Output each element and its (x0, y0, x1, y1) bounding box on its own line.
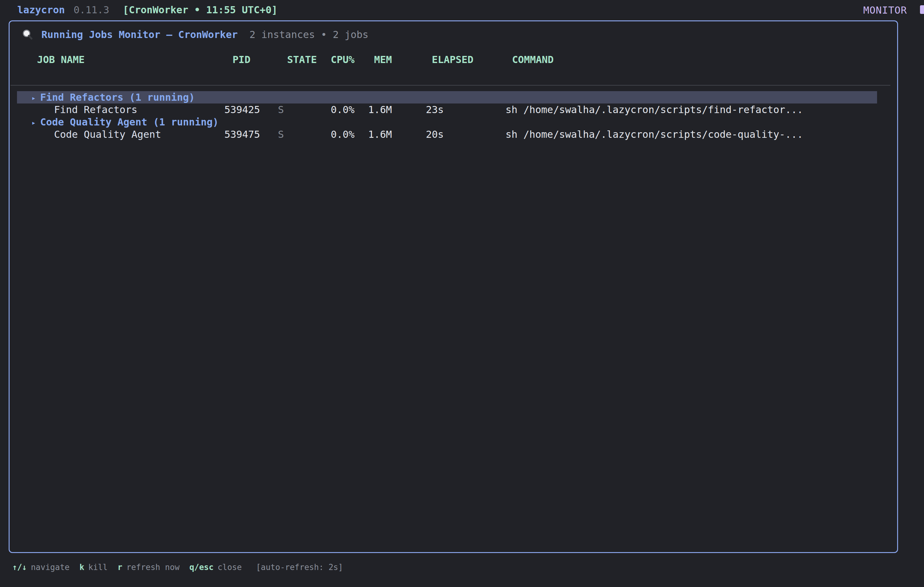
job-pid-cell: 539475 (223, 128, 260, 141)
job-instance-row[interactable]: Find Refactors539425S0.0%1.6M23ssh /home… (17, 104, 877, 116)
column-header-elapsed: ELAPSED (392, 54, 474, 66)
status-bar: ↑/↓navigatekkillrrefresh nowq/escclose[a… (12, 560, 343, 575)
keyboard-hint: q/escclose (189, 562, 242, 572)
app-context-clock: [CronWorker • 11:55 UTC+0] (123, 4, 278, 16)
auto-refresh-status: [auto-refresh: 2s] (256, 562, 343, 572)
panel-title: Running Jobs Monitor — CronWorker (41, 29, 238, 40)
column-header-command: COMMAND (474, 54, 877, 66)
hint-label: refresh now (126, 562, 180, 572)
job-elapsed-cell: 20s (392, 128, 474, 141)
panel-subtitle: 2 instances • 2 jobs (249, 29, 368, 40)
job-command-cell: sh /home/swalha/.lazycron/scripts/code-q… (474, 128, 877, 141)
job-mem-cell: 1.6M (355, 104, 392, 116)
job-state-cell: S (260, 128, 317, 141)
job-elapsed-cell: 23s (392, 104, 474, 116)
panel-title-row: Running Jobs Monitor — CronWorker 2 inst… (21, 28, 897, 42)
job-name-cell: Find Refactors (17, 104, 223, 116)
keyboard-hint: kkill (79, 562, 107, 572)
job-instance-row[interactable]: Code Quality Agent539475S0.0%1.6M20ssh /… (17, 128, 877, 141)
job-group-row[interactable]: ▸Code Quality Agent (1 running) (17, 116, 877, 128)
table-separator (10, 85, 890, 86)
column-header-job-name: JOB NAME (17, 54, 223, 66)
keyboard-hint: rrefresh now (117, 562, 180, 572)
expand-arrow-icon: ▸ (31, 94, 36, 102)
hint-key: q/esc (189, 562, 213, 572)
app-name: lazycron (17, 4, 65, 16)
magnifier-icon (21, 29, 33, 40)
job-pid-cell: 539425 (223, 104, 260, 116)
hint-key: k (79, 562, 84, 572)
jobs-table-body: ▸Find Refactors (1 running)Find Refactor… (17, 91, 877, 141)
jobs-table-header: JOB NAME PID STATE CPU% MEM ELAPSED COMM… (17, 53, 877, 66)
expand-arrow-icon: ▸ (31, 119, 36, 127)
column-header-mem: MEM (355, 54, 392, 66)
hint-label: kill (88, 562, 108, 572)
hint-key: r (117, 562, 122, 572)
corner-indicator (920, 5, 924, 14)
job-state-cell: S (260, 104, 317, 116)
app-version: 0.11.3 (74, 4, 109, 16)
column-header-pid: PID (223, 54, 260, 66)
job-command-cell: sh /home/swalha/.lazycron/scripts/find-r… (474, 104, 877, 116)
top-bar: lazycron 0.11.3 [CronWorker • 11:55 UTC+… (0, 0, 924, 20)
job-mem-cell: 1.6M (355, 128, 392, 141)
running-jobs-panel: Running Jobs Monitor — CronWorker 2 inst… (9, 20, 898, 553)
mode-badge: MONITOR (863, 4, 907, 16)
hint-key: ↑/↓ (12, 562, 27, 572)
hint-label: close (218, 562, 242, 572)
column-header-state: STATE (260, 54, 317, 66)
job-cpu-cell: 0.0% (317, 104, 355, 116)
job-cpu-cell: 0.0% (317, 128, 355, 141)
column-header-cpu: CPU% (317, 54, 355, 66)
job-group-label: Code Quality Agent (1 running) (40, 116, 219, 128)
job-group-label: Find Refactors (1 running) (40, 91, 195, 103)
keyboard-hint: ↑/↓navigate (12, 562, 69, 572)
job-name-cell: Code Quality Agent (17, 128, 223, 141)
job-group-row[interactable]: ▸Find Refactors (1 running) (17, 91, 877, 104)
hint-label: navigate (31, 562, 69, 572)
